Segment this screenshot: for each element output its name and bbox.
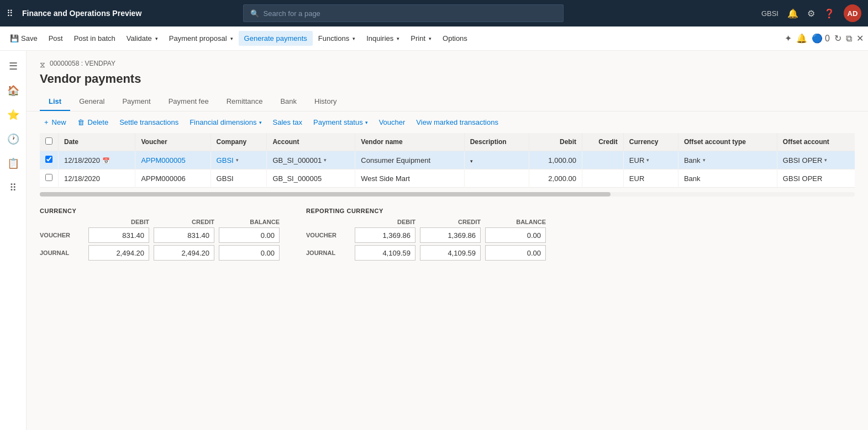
tab-payment[interactable]: Payment [113, 93, 159, 111]
currency-voucher-debit[interactable] [88, 227, 149, 243]
financial-dimensions-button[interactable]: Financial dimensions ▾ [185, 116, 266, 129]
payment-status-button[interactable]: Payment status ▾ [309, 116, 372, 129]
company-dropdown-icon[interactable]: ▾ [236, 157, 239, 163]
post-button[interactable]: Post [43, 31, 69, 46]
rpt-voucher-balance[interactable] [485, 227, 546, 243]
save-button[interactable]: 💾 Save [4, 31, 43, 46]
open-new-window-icon[interactable]: ⧉ [846, 34, 852, 44]
generate-payments-button[interactable]: Generate payments [239, 31, 313, 46]
row-check-cell[interactable] [40, 151, 59, 169]
top-navigation-bar: ⠿ Finance and Operations Preview 🔍 GBSI … [0, 0, 868, 26]
currency-section: CURRENCY DEBIT CREDIT BALANCE VOUCHER JO… [40, 208, 280, 261]
data-table-wrapper: Date Voucher Company Account Vendor name… [27, 133, 868, 188]
col-account[interactable]: Account [267, 133, 355, 151]
col-offset-account-type[interactable]: Offset account type [678, 133, 777, 151]
col-vendor-name[interactable]: Vendor name [355, 133, 464, 151]
notifications-icon[interactable]: 🔔 [787, 8, 798, 19]
horizontal-scrollbar-area[interactable] [27, 190, 868, 199]
currency-voucher-balance[interactable] [219, 227, 280, 243]
company-link[interactable]: GBSI [217, 156, 234, 164]
rpt-voucher-label: VOUCHER [306, 232, 350, 238]
sidebar-modules-icon[interactable]: ⠿ [2, 177, 24, 199]
currency-journal-debit[interactable] [88, 245, 149, 261]
account-dropdown-icon[interactable]: ▾ [324, 157, 327, 163]
sidebar-favorites-icon[interactable]: ⭐ [2, 104, 24, 126]
table-row[interactable]: 12/18/2020 📅 APPM000005GBSI▾GB_SI_000001… [40, 151, 855, 169]
left-sidebar: ☰ 🏠 ⭐ 🕐 📋 ⠿ [0, 51, 27, 430]
tab-payment-fee[interactable]: Payment fee [160, 93, 218, 111]
currency-balance-header: BALANCE [219, 219, 280, 225]
post-batch-button[interactable]: Post in batch [69, 31, 121, 46]
currency-voucher-credit[interactable] [154, 227, 214, 243]
rpt-journal-balance[interactable] [485, 245, 546, 261]
calendar-icon[interactable]: 📅 [102, 157, 110, 164]
currency-journal-balance[interactable] [219, 245, 280, 261]
functions-button[interactable]: Functions ▾ [313, 31, 361, 46]
payment-proposal-button[interactable]: Payment proposal ▾ [164, 31, 239, 46]
delete-button[interactable]: 🗑 Delete [73, 116, 113, 129]
favorites-icon[interactable]: ✦ [785, 33, 792, 44]
rpt-journal-credit[interactable] [420, 245, 481, 261]
search-input[interactable] [264, 9, 556, 18]
user-avatar[interactable]: AD [844, 4, 861, 22]
scroll-thumb[interactable] [40, 192, 611, 197]
print-button[interactable]: Print ▾ [405, 31, 437, 46]
tab-bank[interactable]: Bank [271, 93, 306, 111]
sales-tax-button[interactable]: Sales tax [269, 116, 307, 129]
new-button[interactable]: + New [40, 116, 71, 129]
select-all-checkbox[interactable] [45, 137, 52, 145]
sidebar-menu-icon[interactable]: ☰ [2, 55, 24, 77]
rpt-journal-debit[interactable] [355, 245, 415, 261]
settings-icon[interactable]: ⚙ [807, 8, 815, 19]
close-icon[interactable]: ✕ [856, 33, 864, 44]
sidebar-home-icon[interactable]: 🏠 [2, 79, 24, 102]
sub-toolbar: + New 🗑 Delete Settle transactions Finan… [27, 112, 868, 133]
rpt-voucher-debit[interactable] [355, 227, 415, 243]
rpt-voucher-credit[interactable] [420, 227, 481, 243]
notifications-cmd-icon[interactable]: 🔵 0 [812, 33, 830, 44]
col-voucher[interactable]: Voucher [135, 133, 211, 151]
tab-history[interactable]: History [306, 93, 345, 111]
payment-status-dropdown-icon: ▾ [365, 120, 368, 125]
row-vendor-name: West Side Mart [355, 169, 464, 188]
validate-button[interactable]: Validate ▾ [121, 31, 164, 46]
row-debit: 2,000.00 [529, 169, 582, 188]
sidebar-recent-icon[interactable]: 🕐 [2, 128, 24, 150]
table-row[interactable]: 12/18/2020 APPM000006GBSIGB_SI_000005Wes… [40, 169, 855, 188]
voucher-button[interactable]: Voucher [375, 116, 410, 129]
sidebar-workspaces-icon[interactable]: 📋 [2, 152, 24, 174]
options-button[interactable]: Options [437, 31, 473, 46]
main-layout: ☰ 🏠 ⭐ 🕐 📋 ⠿ ⧖ 00000058 : VENDPAY Vendor … [0, 51, 868, 430]
col-date[interactable]: Date [59, 133, 135, 151]
col-company[interactable]: Company [211, 133, 267, 151]
notification-count-badge: 0 [825, 34, 830, 43]
inquiries-button[interactable]: Inquiries ▾ [361, 31, 405, 46]
tab-list[interactable]: List [40, 93, 70, 111]
personalize-icon[interactable]: 🔔 [796, 33, 807, 44]
description-dropdown-icon[interactable]: ▾ [470, 158, 473, 164]
settle-transactions-button[interactable]: Settle transactions [115, 116, 183, 129]
currency-dropdown-icon[interactable]: ▾ [646, 157, 649, 163]
view-marked-transactions-button[interactable]: View marked transactions [412, 116, 503, 129]
offset-type-dropdown-icon[interactable]: ▾ [703, 157, 706, 163]
voucher-link[interactable]: APPM000005 [141, 156, 185, 164]
col-currency[interactable]: Currency [623, 133, 678, 151]
search-bar[interactable]: 🔍 [243, 4, 564, 22]
filter-icon[interactable]: ⧖ [40, 60, 45, 70]
tab-remittance[interactable]: Remittance [218, 93, 272, 111]
tab-general[interactable]: General [70, 93, 113, 111]
offset-account-dropdown-icon[interactable]: ▾ [824, 157, 827, 163]
rpt-balance-header: BALANCE [485, 219, 546, 225]
row-checkbox[interactable] [45, 174, 52, 181]
hamburger-menu-icon[interactable]: ⠿ [7, 8, 13, 19]
col-credit[interactable]: Credit [582, 133, 623, 151]
row-check-cell[interactable] [40, 169, 59, 188]
currency-journal-credit[interactable] [154, 245, 214, 261]
col-debit[interactable]: Debit [529, 133, 582, 151]
col-offset-account[interactable]: Offset account [777, 133, 855, 151]
page-header: ⧖ 00000058 : VENDPAY Vendor payments [27, 51, 868, 86]
help-icon[interactable]: ❓ [824, 8, 835, 19]
row-checkbox[interactable] [45, 156, 52, 163]
refresh-icon[interactable]: ↻ [834, 33, 841, 44]
col-description[interactable]: Description [464, 133, 529, 151]
